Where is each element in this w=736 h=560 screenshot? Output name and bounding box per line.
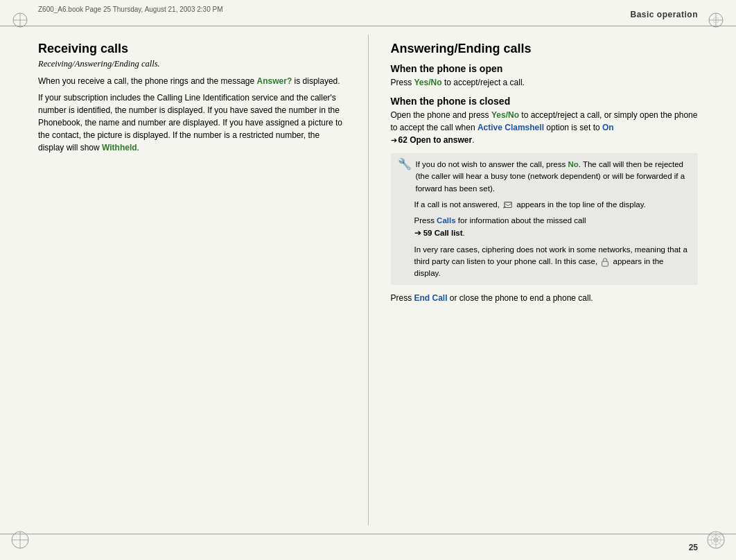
note-box: 🔧 If you do not wish to answer the call,…: [391, 153, 699, 285]
note-row-2: If a call is not answered, appears in th…: [398, 199, 692, 211]
keyword-no: No: [568, 160, 578, 168]
when-open-heading: When the phone is open: [391, 63, 699, 74]
right-column: Answering/Ending calls When the phone is…: [391, 35, 699, 525]
cipher-icon: [601, 257, 609, 267]
note-text-1: If you do not wish to answer the call, p…: [416, 159, 692, 195]
note-icon: 🔧: [398, 159, 412, 170]
end-call-text: Press End Call or close the phone to end…: [391, 292, 699, 304]
corner-mark-tl: [10, 10, 30, 30]
corner-mark-tr: [706, 10, 726, 30]
missed-call-icon: [503, 200, 513, 210]
page-number: 25: [689, 543, 698, 552]
left-column: Receiving calls Receiving/Answering/Endi…: [38, 35, 346, 525]
svg-rect-18: [602, 261, 608, 266]
note-row-4: In very rare cases, ciphering does not w…: [398, 244, 692, 280]
right-section-title: Answering/Ending calls: [391, 42, 699, 56]
note-row-1: 🔧 If you do not wish to answer the call,…: [398, 159, 692, 195]
keyword-yes-no-closed: Yes/No: [491, 110, 519, 120]
column-divider: [368, 35, 369, 525]
left-subtitle: Receiving/Answering/Ending calls.: [38, 59, 346, 69]
cross-ref-open-to-answer: [391, 135, 398, 145]
keyword-yes-no-open: Yes/No: [414, 78, 442, 87]
when-open-text: Press Yes/No to accept/reject a call.: [391, 76, 699, 89]
left-section-title: Receiving calls: [38, 42, 346, 56]
cross-ref-text: 62 Open to answer: [398, 135, 473, 145]
left-para-2: If your subscription includes the Callin…: [38, 91, 346, 154]
arrow-call-list: ➔: [414, 228, 421, 238]
page: Z600_A6.book Page 25 Thursday, August 21…: [0, 0, 736, 560]
header-title: Basic operation: [630, 10, 698, 19]
keyword-withheld: Withheld: [102, 143, 137, 152]
content-area: Receiving calls Receiving/Answering/Endi…: [38, 35, 698, 525]
when-closed-heading: When the phone is closed: [391, 96, 699, 107]
keyword-active-clamshell: Active Clamshell: [477, 123, 544, 132]
when-closed-text: Open the phone and press Yes/No to accep…: [391, 109, 699, 146]
keyword-on: On: [602, 123, 614, 132]
cross-ref-call-list: 59 Call list: [423, 229, 463, 237]
keyword-calls: Calls: [437, 216, 456, 225]
keyword-answer: Answer?: [257, 76, 292, 86]
keyword-end-call: End Call: [414, 293, 448, 303]
note-row-3: Press Calls for information about the mi…: [398, 215, 692, 240]
left-para-1: When you receive a call, the phone rings…: [38, 75, 346, 87]
header: Basic operation: [0, 0, 736, 26]
footer: 25: [0, 534, 736, 560]
